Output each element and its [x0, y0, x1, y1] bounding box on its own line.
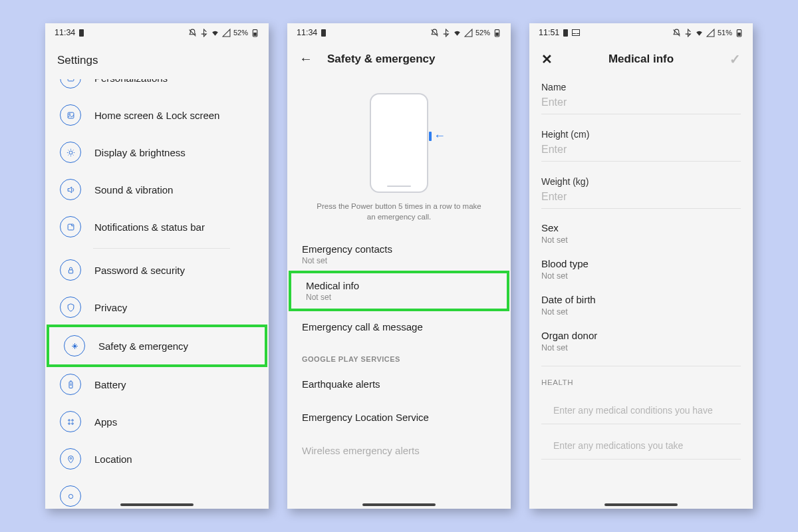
row-label: Emergency contacts: [302, 243, 496, 255]
wifi-icon: [695, 29, 704, 37]
divider: [541, 366, 741, 366]
field-label: Blood type: [541, 258, 741, 269]
safety-icon: [64, 335, 85, 356]
settings-item-personalizations[interactable]: Personalizations: [45, 79, 269, 96]
row-label: Earthquake alerts: [302, 378, 496, 390]
nav-bar[interactable]: [120, 503, 194, 506]
bluetooth-icon: [442, 29, 450, 37]
battery-text: 52%: [475, 29, 490, 37]
settings-item-label: Notifications & status bar: [94, 221, 205, 233]
settings-item-notifications[interactable]: Notifications & status bar: [45, 208, 269, 245]
field-weight[interactable]: Weight (kg) Enter: [529, 171, 753, 209]
phone-screen-settings: 11:34 52% Settings Personalizations Home…: [45, 23, 269, 509]
settings-item-battery[interactable]: Battery: [45, 366, 269, 403]
row-earthquake[interactable]: Earthquake alerts: [287, 367, 511, 400]
display-icon: [60, 142, 81, 163]
signal-icon: [464, 29, 473, 37]
settings-item-apps[interactable]: Apps: [45, 403, 269, 440]
confirm-icon[interactable]: ✓: [730, 51, 741, 67]
field-value: Not set: [541, 235, 741, 245]
svg-point-10: [71, 419, 73, 421]
svg-point-4: [68, 113, 70, 114]
battery-text: 51%: [718, 29, 732, 37]
settings-item-label: Personalizations: [94, 79, 168, 84]
settings-item-display[interactable]: Display & brightness: [45, 134, 269, 171]
battery-icon: [60, 374, 81, 395]
row-sub: Not set: [302, 256, 496, 265]
row-medical-info[interactable]: Medical info Not set: [291, 273, 507, 309]
field-placeholder: Enter: [541, 191, 741, 209]
field-value: Not set: [541, 343, 741, 352]
settings-item-label: Location: [94, 454, 132, 465]
nav-bar[interactable]: [362, 503, 436, 506]
status-bar: 11:51 51%: [529, 23, 753, 42]
section-header: HEALTH: [529, 373, 753, 389]
settings-item-location[interactable]: Location: [45, 440, 269, 477]
highlight-annotation: Medical info Not set: [289, 271, 509, 311]
row-wireless-alerts[interactable]: Wireless emergency alerts: [287, 434, 511, 467]
notifications-icon: [60, 216, 81, 237]
field-placeholder: Enter: [541, 144, 741, 162]
svg-rect-7: [68, 269, 72, 273]
field-label: Height (cm): [541, 129, 741, 140]
row-els[interactable]: Emergency Location Service: [287, 400, 511, 434]
signal-icon: [706, 29, 715, 37]
field-name[interactable]: Name Enter: [529, 76, 753, 114]
svg-point-11: [68, 422, 70, 424]
nav-bar[interactable]: [604, 503, 678, 506]
homescreen-icon: [60, 104, 81, 126]
battery-text: 52%: [233, 29, 248, 37]
more-icon: [60, 485, 81, 507]
field-label: Date of birth: [541, 294, 741, 305]
field-dob[interactable]: Date of birth Not set: [529, 287, 753, 323]
settings-item-safety[interactable]: Safety & emergency: [49, 327, 265, 364]
wifi-icon: [211, 29, 219, 37]
row-label: Emergency call & message: [302, 321, 496, 332]
settings-item-privacy[interactable]: Privacy: [45, 289, 269, 326]
row-label: Emergency Location Service: [302, 412, 496, 423]
svg-point-12: [71, 422, 73, 424]
silent-icon: [672, 29, 681, 37]
apps-icon: [60, 411, 81, 432]
phone-screen-safety: 11:34 52% ← Safety & emergency ← Press t…: [287, 23, 511, 509]
settings-item-homescreen[interactable]: Home screen & Lock screen: [45, 96, 269, 134]
row-emergency-call[interactable]: Emergency call & message: [287, 310, 511, 343]
phone-screen-medical: 11:51 51% ✕ Medical info ✓ Name Enter He…: [529, 23, 753, 509]
field-organ-donor[interactable]: Organ donor Not set: [529, 323, 753, 359]
svg-point-13: [70, 458, 72, 460]
settings-item-label: Privacy: [94, 302, 127, 313]
svg-rect-6: [68, 224, 74, 230]
field-sex[interactable]: Sex Not set: [529, 215, 753, 251]
close-icon[interactable]: ✕: [541, 51, 553, 67]
battery-icon: [251, 29, 259, 37]
settings-item-sound[interactable]: Sound & vibration: [45, 171, 269, 208]
settings-item-label: Apps: [94, 416, 117, 428]
status-icons: 51%: [672, 29, 743, 37]
field-conditions[interactable]: Enter any medical conditions you have: [541, 389, 741, 424]
field-value: Not set: [541, 271, 741, 281]
settings-item-password[interactable]: Password & security: [45, 251, 269, 289]
section-header: GOOGLE PLAY SERVICES: [287, 343, 511, 367]
row-label: Wireless emergency alerts: [302, 445, 496, 456]
status-time: 11:34: [297, 28, 317, 37]
phone-illustration: ←: [370, 93, 428, 193]
page-title: Settings: [45, 42, 269, 79]
status-icons: 52%: [188, 29, 259, 37]
field-medications[interactable]: Enter any medications you take: [541, 424, 741, 460]
silent-icon: [188, 29, 197, 37]
sound-icon: [60, 179, 81, 200]
hint-text: Press the Power button 5 times in a row …: [287, 201, 511, 237]
field-height[interactable]: Height (cm) Enter: [529, 124, 753, 162]
back-icon[interactable]: ←: [299, 51, 313, 66]
field-bloodtype[interactable]: Blood type Not set: [529, 251, 753, 287]
svg-point-14: [68, 494, 72, 498]
row-emergency-contacts[interactable]: Emergency contacts Not set: [287, 237, 511, 272]
signal-icon: [222, 29, 231, 37]
status-bar: 11:34 52%: [287, 23, 511, 42]
svg-rect-18: [737, 32, 740, 35]
status-time: 11:51: [539, 28, 559, 37]
field-label: Sex: [541, 222, 741, 233]
svg-point-5: [69, 151, 72, 154]
field-label: Name: [541, 82, 741, 92]
status-icons: 52%: [430, 29, 501, 37]
